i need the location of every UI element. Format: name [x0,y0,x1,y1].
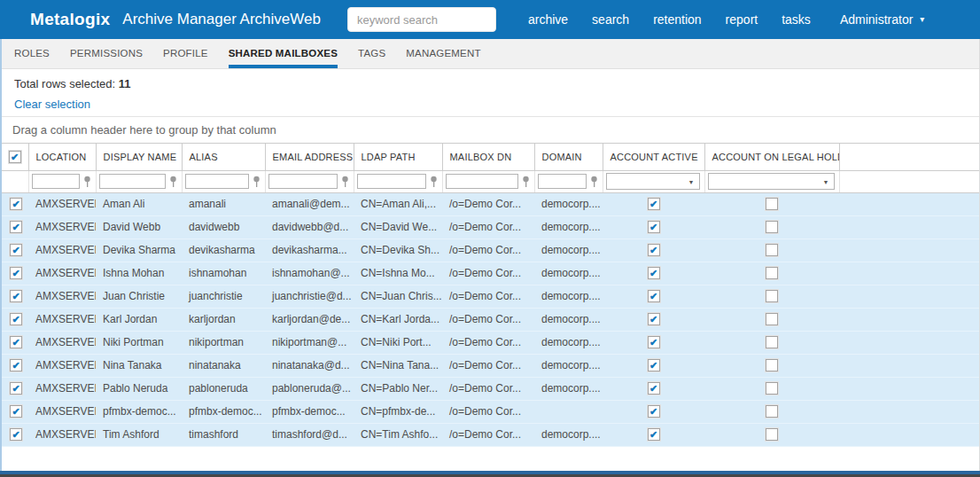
select-all-checkbox[interactable]: ✔ [9,151,21,163]
account-active-checkbox[interactable]: ✔ [648,359,660,371]
filter-input-location[interactable] [32,174,80,189]
group-by-drop-zone[interactable]: Drag a column header here to group by th… [2,117,979,144]
table-row[interactable]: ✔AMXSERVERKarl Jordankarljordankarljorda… [2,308,979,331]
tab-tags[interactable]: TAGS [358,39,385,68]
account-active-checkbox[interactable]: ✔ [648,405,660,418]
cell-account-active: ✔ [603,377,704,400]
cell-filler [839,331,979,354]
cell-account-active: ✔ [603,331,704,354]
account-active-checkbox[interactable]: ✔ [648,290,660,302]
tab-management[interactable]: MANAGEMENT [406,39,480,68]
filter-input-alias[interactable] [185,174,249,189]
column-header-ldap-path[interactable]: LDAP PATH [354,144,442,170]
filter-input-mailbox-dn[interactable] [446,174,518,189]
cell-ldap-path: CN=David We... [354,215,442,238]
account-on-legal-hold-checkbox[interactable] [766,313,778,325]
tab-permissions[interactable]: PERMISSIONS [70,39,143,68]
account-on-legal-hold-checkbox[interactable] [766,382,778,395]
account-active-checkbox[interactable]: ✔ [648,382,660,395]
column-header-domain[interactable]: DOMAIN [534,144,603,170]
account-active-checkbox[interactable]: ✔ [648,336,660,348]
filter-input-display-name[interactable] [99,174,166,189]
account-on-legal-hold-checkbox[interactable] [766,405,778,418]
nav-search[interactable]: search [592,12,629,27]
filter-cell-location [28,170,96,192]
column-header-alias[interactable]: ALIAS [182,144,265,170]
column-header-email-address[interactable]: EMAIL ADDRESS [265,144,354,170]
row-select-checkbox[interactable]: ✔ [10,313,22,325]
account-on-legal-hold-checkbox[interactable] [766,428,778,441]
chevron-down-icon: ▼ [823,178,829,184]
account-on-legal-hold-checkbox[interactable] [766,359,778,371]
nav-archive[interactable]: archive [528,12,568,27]
account-on-legal-hold-checkbox[interactable] [766,336,778,348]
account-on-legal-hold-checkbox[interactable] [766,290,778,302]
filter-pin-icon[interactable] [83,176,91,188]
column-header-location[interactable]: LOCATION [28,144,96,170]
row-select-checkbox[interactable]: ✔ [10,359,22,371]
filter-cell-filler [2,170,28,192]
filter-pin-icon[interactable] [341,176,349,188]
row-select-checkbox[interactable]: ✔ [10,290,22,302]
table-row[interactable]: ✔AMXSERVERJuan Christiejuanchristiejuanc… [2,285,979,308]
account-active-checkbox[interactable]: ✔ [648,428,660,441]
cell-filler [839,192,979,215]
filter-pin-icon[interactable] [522,176,530,188]
table-row[interactable]: ✔AMXSERVERDavid Webbdavidwebbdavidwebb@d… [2,215,979,238]
filter-pin-icon[interactable] [253,176,261,188]
nav-report[interactable]: report [726,12,758,27]
column-header-account-on-legal-hold[interactable]: ACCOUNT ON LEGAL HOLD [704,144,839,170]
account-on-legal-hold-checkbox[interactable] [766,221,778,233]
user-menu-label: Administrator [840,12,913,27]
table-row[interactable]: ✔AMXSERVERTim Ashfordtimashfordtimashfor… [2,423,979,446]
account-active-checkbox[interactable]: ✔ [648,267,660,279]
cell-alias: davidwebb [182,215,265,238]
table-row[interactable]: ✔AMXSERVERNiki Portmannikiportmannikipor… [2,331,979,354]
account-on-legal-hold-checkbox[interactable] [766,244,778,256]
tab-shared-mailboxes[interactable]: SHARED MAILBOXES [229,39,338,68]
cell-domain: democorp.... [534,285,603,308]
cell-account-on-legal-hold [704,377,839,400]
filter-select-account-on-legal-hold[interactable]: ▼ [708,173,835,190]
account-active-checkbox[interactable]: ✔ [648,221,660,233]
nav-retention[interactable]: retention [653,12,701,27]
row-select-checkbox[interactable]: ✔ [10,382,22,395]
filter-pin-icon[interactable] [590,176,598,188]
tab-roles[interactable]: ROLES [14,39,50,68]
table-row[interactable]: ✔AMXSERVERpfmbx-democ...pfmbx-democ...pf… [2,400,979,423]
filter-pin-icon[interactable] [169,176,177,188]
grid-filter-row: ▼▼ [2,170,979,192]
tab-profile[interactable]: PROFILE [163,39,208,68]
row-select-checkbox[interactable]: ✔ [10,267,22,279]
account-on-legal-hold-checkbox[interactable] [766,267,778,279]
keyword-search-input[interactable] [347,7,496,32]
user-menu[interactable]: Administrator ▾ [840,12,925,27]
table-row[interactable]: ✔AMXSERVERIshna Mohanishnamohanishnamoha… [2,262,979,285]
table-row[interactable]: ✔AMXSERVERNina Tanakaninatanakaninatanak… [2,354,979,377]
row-select-checkbox[interactable]: ✔ [10,244,22,256]
account-active-checkbox[interactable]: ✔ [648,244,660,256]
filter-pin-icon[interactable] [430,176,438,188]
table-row[interactable]: ✔AMXSERVERAman Aliamanaliamanali@dem...C… [2,192,979,215]
account-active-checkbox[interactable]: ✔ [648,313,660,325]
account-active-checkbox[interactable]: ✔ [648,198,660,210]
column-header-account-active[interactable]: ACCOUNT ACTIVE [603,144,704,170]
table-row[interactable]: ✔AMXSERVERDevika Sharmadevikasharmadevik… [2,238,979,262]
filter-input-email-address[interactable] [268,174,338,189]
row-select-checkbox[interactable]: ✔ [10,198,22,210]
account-on-legal-hold-checkbox[interactable] [766,198,778,210]
clear-selection-link[interactable]: Clear selection [14,98,90,111]
filter-input-domain[interactable] [538,174,587,189]
row-select-checkbox[interactable]: ✔ [10,221,22,233]
filter-select-account-active[interactable]: ▼ [606,173,700,190]
cell-filler [839,238,979,262]
nav-tasks[interactable]: tasks [782,12,811,27]
column-header-mailbox-dn[interactable]: MAILBOX DN [442,144,534,170]
row-select-checkbox[interactable]: ✔ [10,405,22,418]
filter-input-ldap-path[interactable] [357,174,426,189]
row-select-checkbox[interactable]: ✔ [10,336,22,348]
cell-location: AMXSERVER [28,262,96,285]
row-select-checkbox[interactable]: ✔ [10,428,22,441]
table-row[interactable]: ✔AMXSERVERPablo Nerudapablonerudapablone… [2,377,979,400]
column-header-display-name[interactable]: DISPLAY NAME [96,144,182,170]
